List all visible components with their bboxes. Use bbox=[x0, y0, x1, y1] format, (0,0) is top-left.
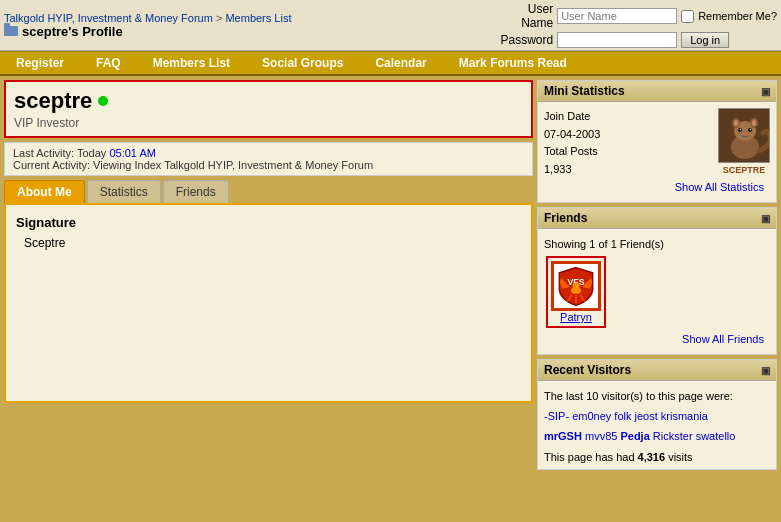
mini-stats-header: Mini Statistics ▣ bbox=[538, 81, 776, 102]
current-activity: Current Activity: Viewing Index Talkgold… bbox=[13, 159, 524, 171]
show-all-friends-link-container: Show All Friends bbox=[544, 330, 770, 348]
show-all-statistics-link-container: Show All Statistics bbox=[544, 178, 770, 196]
tab-statistics[interactable]: Statistics bbox=[87, 180, 161, 203]
tab-friends[interactable]: Friends bbox=[163, 180, 229, 203]
svg-point-8 bbox=[748, 128, 752, 132]
avatar-label: SCEPTRE bbox=[723, 165, 766, 175]
collapse-mini-stats-icon[interactable]: ▣ bbox=[761, 86, 770, 97]
folder-icon bbox=[4, 26, 18, 36]
avatar bbox=[718, 108, 770, 163]
mini-stats-body: Join Date 07-04-2003 Total Posts 1,933 bbox=[538, 102, 776, 202]
forum-link[interactable]: Talkgold HYIP, Investment & Money Forum bbox=[4, 12, 213, 24]
nav-calendar[interactable]: Calendar bbox=[359, 52, 442, 74]
recent-visitors-title: Recent Visitors bbox=[544, 363, 631, 377]
svg-point-5 bbox=[734, 120, 738, 126]
visitor-pedja[interactable]: Pedja bbox=[620, 430, 649, 442]
visitor-rickster[interactable]: Rickster bbox=[653, 430, 693, 442]
username-row: User Name Remember Me? bbox=[493, 2, 777, 30]
recent-visitors-header: Recent Visitors ▣ bbox=[538, 360, 776, 381]
visitor-em0ney[interactable]: em0ney bbox=[572, 410, 611, 422]
friends-body: Showing 1 of 1 Friend(s) VFS bbox=[538, 229, 776, 354]
visitor-swatello[interactable]: swatello bbox=[696, 430, 736, 442]
friends-title: Friends bbox=[544, 211, 587, 225]
svg-point-7 bbox=[738, 128, 742, 132]
remember-label: Remember Me? bbox=[698, 10, 777, 22]
top-bar-left: Talkgold HYIP, Investment & Money Forum … bbox=[4, 12, 291, 39]
visitors-count: This page has had 4,316 visits bbox=[544, 451, 770, 463]
visitor-mvv85[interactable]: mvv85 bbox=[585, 430, 617, 442]
visitor-jeost[interactable]: jeost bbox=[635, 410, 658, 422]
profile-name: sceptre bbox=[14, 88, 523, 114]
tabs-area: About Me Statistics Friends Signature Sc… bbox=[4, 180, 533, 403]
mini-stats-widget: Mini Statistics ▣ Join Date 07-04-2003 T… bbox=[537, 80, 777, 203]
breadcrumb-sep: > bbox=[216, 12, 225, 24]
nav-mark-forums-read[interactable]: Mark Forums Read bbox=[443, 52, 583, 74]
show-all-statistics-link[interactable]: Show All Statistics bbox=[675, 181, 764, 193]
visitor-mrgsh[interactable]: mrGSH bbox=[544, 430, 582, 442]
password-label: Password bbox=[493, 33, 553, 47]
password-row: Password Log in bbox=[493, 32, 729, 48]
last-activity: Last Activity: Today 05:01 AM bbox=[13, 147, 524, 159]
total-posts-value: 1,933 bbox=[544, 161, 600, 179]
nav-bar: Register FAQ Members List Social Groups … bbox=[0, 51, 781, 76]
total-posts-label: Total Posts bbox=[544, 143, 600, 161]
svg-point-11 bbox=[743, 133, 747, 136]
profile-title-text: sceptre's Profile bbox=[22, 24, 123, 39]
svg-point-10 bbox=[750, 129, 751, 130]
top-bar-right: User Name Remember Me? Password Log in bbox=[493, 2, 777, 48]
visitors-list: -SIP- em0ney folk jeost krismania mrGSH … bbox=[544, 407, 770, 447]
nav-faq[interactable]: FAQ bbox=[80, 52, 137, 74]
avatar-svg bbox=[719, 109, 770, 163]
top-bar: Talkgold HYIP, Investment & Money Forum … bbox=[0, 0, 781, 51]
right-col: Mini Statistics ▣ Join Date 07-04-2003 T… bbox=[537, 80, 777, 472]
password-input[interactable] bbox=[557, 32, 677, 48]
mini-stats-info: Join Date 07-04-2003 Total Posts 1,933 bbox=[544, 108, 600, 178]
friend-name-link[interactable]: Patryn bbox=[560, 311, 592, 323]
tab-content: Signature Sceptre bbox=[4, 203, 533, 403]
tabs: About Me Statistics Friends bbox=[4, 180, 533, 203]
avatar-area: SCEPTRE bbox=[718, 108, 770, 175]
join-date-value: 07-04-2003 bbox=[544, 126, 600, 144]
friends-widget: Friends ▣ Showing 1 of 1 Friend(s) bbox=[537, 207, 777, 355]
user-rank: VIP Investor bbox=[14, 116, 523, 130]
tab-about-me[interactable]: About Me bbox=[4, 180, 85, 203]
visitor-sip[interactable]: -SIP- bbox=[544, 410, 569, 422]
svg-point-9 bbox=[740, 129, 741, 130]
visitors-intro: The last 10 visitor(s) to this page were… bbox=[544, 387, 770, 407]
visitor-krismania[interactable]: krismania bbox=[661, 410, 708, 422]
collapse-visitors-icon[interactable]: ▣ bbox=[761, 365, 770, 376]
nav-social-groups[interactable]: Social Groups bbox=[246, 52, 359, 74]
recent-visitors-widget: Recent Visitors ▣ The last 10 visitor(s)… bbox=[537, 359, 777, 469]
activity-time-link[interactable]: 05:01 AM bbox=[109, 147, 155, 159]
left-col: sceptre VIP Investor Last Activity: Toda… bbox=[4, 80, 533, 472]
friend-avatar-svg: VFS bbox=[554, 264, 598, 308]
collapse-friends-icon[interactable]: ▣ bbox=[761, 213, 770, 224]
signature-title: Signature bbox=[16, 215, 521, 230]
friend-avatar: VFS bbox=[551, 261, 601, 311]
recent-visitors-body: The last 10 visitor(s) to this page were… bbox=[538, 381, 776, 468]
activity-bar: Last Activity: Today 05:01 AM Current Ac… bbox=[4, 142, 533, 176]
join-date-label: Join Date bbox=[544, 108, 600, 126]
signature-text: Sceptre bbox=[24, 236, 521, 250]
profile-title-bar: sceptre's Profile bbox=[4, 24, 291, 39]
username-input[interactable] bbox=[557, 8, 677, 24]
username-display: sceptre bbox=[14, 88, 92, 114]
mini-stats-title: Mini Statistics bbox=[544, 84, 625, 98]
profile-header: sceptre VIP Investor bbox=[4, 80, 533, 138]
main-layout: sceptre VIP Investor Last Activity: Toda… bbox=[0, 76, 781, 476]
show-all-friends-link[interactable]: Show All Friends bbox=[682, 333, 764, 345]
friends-header: Friends ▣ bbox=[538, 208, 776, 229]
members-list-link[interactable]: Members List bbox=[225, 12, 291, 24]
login-button[interactable]: Log in bbox=[681, 32, 729, 48]
nav-register[interactable]: Register bbox=[0, 52, 80, 74]
online-indicator bbox=[98, 96, 108, 106]
nav-members-list[interactable]: Members List bbox=[137, 52, 246, 74]
friends-showing: Showing 1 of 1 Friend(s) bbox=[544, 235, 770, 254]
remember-checkbox[interactable] bbox=[681, 10, 694, 23]
visitor-folk[interactable]: folk bbox=[614, 410, 631, 422]
mini-stats-row: Join Date 07-04-2003 Total Posts 1,933 bbox=[544, 108, 770, 178]
username-label: User Name bbox=[493, 2, 553, 30]
visit-count: 4,316 bbox=[638, 451, 666, 463]
friend-item: VFS bbox=[546, 256, 606, 328]
breadcrumb: Talkgold HYIP, Investment & Money Forum … bbox=[4, 12, 291, 24]
